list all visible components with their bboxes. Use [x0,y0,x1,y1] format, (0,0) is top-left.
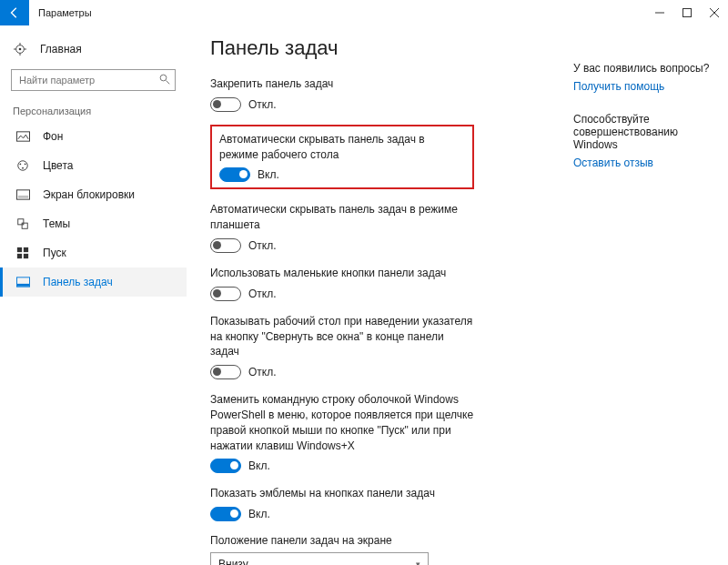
toggle-state: Откл. [248,98,277,111]
toggle-state: Откл. [248,239,277,252]
picture-icon [15,129,30,144]
sidebar-item-colors[interactable]: Цвета [0,151,187,180]
lockscreen-icon [15,187,30,202]
setting-lock-taskbar: Закрепить панель задач Откл. [210,76,474,112]
search-icon [159,74,170,87]
sidebar-home-label: Главная [40,43,82,55]
setting-label: Закрепить панель задач [210,76,474,92]
toggle-state: Откл. [248,288,277,300]
title-bar: Параметры [0,0,728,25]
window-title: Параметры [38,7,92,18]
setting-label: Показывать рабочий стол при наведении ук… [210,314,474,359]
sidebar-item-label: Экран блокировки [43,188,135,201]
svg-point-3 [19,48,22,51]
dropdown-value: Внизу [218,558,248,565]
dropdown-label-position: Положение панели задач на экране [210,534,564,547]
setting-label: Показать эмблемы на кнопках панели задач [210,486,474,501]
sidebar-item-taskbar[interactable]: Панель задач [0,267,187,297]
main-content: Панель задач Закрепить панель задач Откл… [187,25,573,565]
sidebar-item-label: Панель задач [43,276,113,288]
sidebar-item-themes[interactable]: Темы [0,209,187,238]
maximize-button[interactable] [673,0,701,25]
svg-point-12 [20,163,22,165]
minimize-icon [655,8,664,17]
toggle-state: Вкл. [248,508,270,520]
right-panel: У вас появились вопросы? Получить помощь… [573,25,728,565]
dropdown-position[interactable]: Внизу ▾ [210,552,429,565]
window-controls [646,0,728,25]
section-label: Персонализация [0,98,187,122]
sidebar-item-background[interactable]: Фон [0,122,187,151]
svg-rect-1 [683,9,692,17]
setting-label: Автоматически скрывать панель задач в ре… [219,132,465,163]
toggle-state: Вкл. [258,168,279,181]
minimize-button[interactable] [646,0,673,25]
arrow-left-icon [8,6,21,19]
sidebar-item-label: Цвета [43,159,73,172]
close-button[interactable] [701,0,728,25]
themes-icon [15,217,30,231]
setting-peek-desktop: Показывать рабочий стол при наведении ук… [210,314,474,379]
sidebar-item-label: Фон [43,130,63,143]
toggle-powershell[interactable] [210,459,241,473]
faq-title: У вас появились вопросы? [573,62,717,75]
svg-rect-18 [22,223,27,228]
toggle-peek-desktop[interactable] [210,365,241,379]
svg-rect-20 [24,247,28,252]
get-help-link[interactable]: Получить помощь [573,80,717,93]
setting-label: Использовать маленькие кнопки панели зад… [210,266,474,281]
sidebar-item-lockscreen[interactable]: Экран блокировки [0,180,187,209]
svg-line-9 [167,81,170,85]
setting-powershell: Заменить командную строку оболочкой Wind… [210,392,474,473]
toggle-autohide-tablet[interactable] [210,238,241,253]
chevron-down-icon: ▾ [416,560,420,565]
highlighted-setting: Автоматически скрывать панель задач в ре… [210,125,474,190]
setting-autohide-tablet: Автоматически скрывать панель задач в ре… [210,202,474,253]
svg-rect-22 [24,254,28,258]
sidebar-home[interactable]: Главная [0,36,187,62]
svg-rect-21 [17,254,22,258]
svg-point-11 [18,161,28,171]
page-title: Панель задач [210,36,564,60]
taskbar-icon [15,275,30,289]
svg-point-13 [25,163,26,165]
toggle-state: Откл. [248,366,277,378]
start-icon [15,246,30,260]
search-input[interactable] [11,69,176,91]
toggle-state: Вкл. [248,459,270,472]
feedback-title: Способствуйте совершенствованию Windows [573,113,717,151]
close-icon [710,8,719,17]
svg-rect-24 [16,284,28,287]
setting-small-buttons: Использовать маленькие кнопки панели зад… [210,266,474,301]
toggle-autohide-desktop[interactable] [219,167,250,182]
svg-rect-16 [17,196,27,198]
setting-badges: Показать эмблемы на кнопках панели задач… [210,486,474,521]
palette-icon [15,158,30,173]
setting-label: Автоматически скрывать панель задач в ре… [210,202,474,233]
toggle-small-buttons[interactable] [210,287,241,301]
sidebar-item-start[interactable]: Пуск [0,238,187,267]
svg-point-14 [22,167,24,169]
maximize-icon [682,8,692,17]
search-wrap [11,69,176,91]
sidebar: Главная Персонализация Фон Цвета Экран б… [0,25,187,565]
gear-icon [13,42,27,56]
setting-autohide-desktop: Автоматически скрывать панель задач в ре… [219,132,465,183]
sidebar-item-label: Темы [43,217,70,230]
svg-point-8 [160,75,167,81]
toggle-badges[interactable] [210,507,241,521]
back-button[interactable] [0,0,29,25]
svg-rect-19 [17,247,22,252]
svg-rect-17 [18,219,24,225]
toggle-lock-taskbar[interactable] [210,97,241,112]
sidebar-item-label: Пуск [43,247,66,259]
svg-rect-10 [16,132,29,141]
feedback-link[interactable]: Оставить отзыв [573,156,717,169]
setting-label: Заменить командную строку оболочкой Wind… [210,392,474,453]
